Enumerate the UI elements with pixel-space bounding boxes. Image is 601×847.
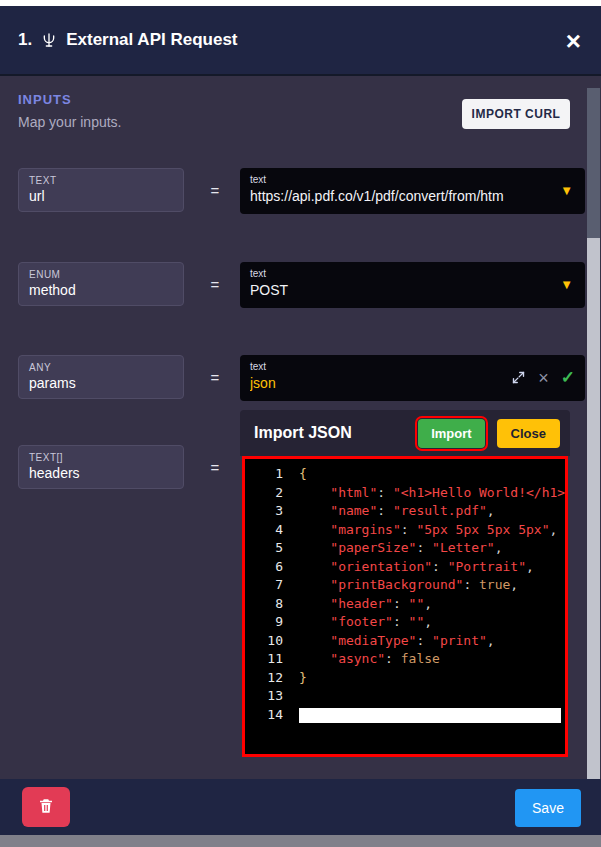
line-code[interactable]: "header": "", bbox=[299, 595, 565, 614]
editor-line: 7 "printBackground": true, bbox=[245, 576, 565, 595]
param-type: TEXT[] bbox=[29, 452, 173, 463]
line-code[interactable]: "orientation": "Portrait", bbox=[299, 558, 565, 577]
equals-sign: = bbox=[205, 182, 225, 199]
method-field[interactable]: text POST ▼ bbox=[240, 262, 585, 308]
param-name: params bbox=[29, 375, 173, 391]
inputs-subheading: Map your inputs. bbox=[18, 114, 122, 130]
editor-line: 10 "mediaType": "print", bbox=[245, 632, 565, 651]
line-number: 8 bbox=[245, 595, 293, 614]
line-code[interactable]: "printBackground": true, bbox=[299, 576, 565, 595]
param-type: TEXT bbox=[29, 175, 173, 186]
line-number: 13 bbox=[245, 687, 293, 706]
editor-line: 8 "header": "", bbox=[245, 595, 565, 614]
close-panel-button[interactable]: Close bbox=[497, 419, 560, 448]
line-code[interactable]: "mediaType": "print", bbox=[299, 632, 565, 651]
field-type-label: text bbox=[250, 174, 575, 185]
line-number: 9 bbox=[245, 613, 293, 632]
param-type: ENUM bbox=[29, 269, 173, 280]
clear-icon[interactable]: × bbox=[538, 369, 549, 387]
modal-footer: Save bbox=[0, 779, 601, 835]
trident-icon bbox=[41, 32, 57, 48]
equals-sign: = bbox=[205, 459, 225, 476]
json-editor-lines: 1{2 "html": "<h1>Hello World!</h1>",3 "n… bbox=[245, 465, 565, 724]
editor-line: 12} bbox=[245, 669, 565, 688]
param-label-params: ANY params bbox=[18, 355, 184, 399]
import-json-panel-header: Import JSON Import Close bbox=[240, 410, 570, 456]
delete-button[interactable] bbox=[22, 787, 70, 827]
import-json-title: Import JSON bbox=[254, 424, 418, 442]
param-label-headers: TEXT[] headers bbox=[18, 445, 184, 489]
url-field[interactable]: text https://api.pdf.co/v1/pdf/convert/f… bbox=[240, 168, 585, 214]
line-code[interactable]: "margins": "5px 5px 5px 5px", bbox=[299, 521, 565, 540]
field-type-label: text bbox=[250, 268, 575, 279]
param-label-method: ENUM method bbox=[18, 262, 184, 306]
close-icon[interactable]: × bbox=[566, 28, 581, 54]
url-value[interactable]: https://api.pdf.co/v1/pdf/convert/from/h… bbox=[250, 188, 575, 204]
line-number: 4 bbox=[245, 521, 293, 540]
line-number: 14 bbox=[245, 706, 293, 725]
line-code[interactable]: } bbox=[299, 669, 565, 688]
params-field[interactable]: text json × ✓ bbox=[240, 355, 585, 401]
param-name: headers bbox=[29, 465, 173, 481]
step-number: 1. bbox=[18, 30, 32, 50]
line-number: 3 bbox=[245, 502, 293, 521]
line-code[interactable]: "footer": "", bbox=[299, 613, 565, 632]
trash-icon bbox=[37, 797, 55, 818]
equals-sign: = bbox=[205, 276, 225, 293]
equals-sign: = bbox=[205, 369, 225, 386]
line-code[interactable]: "html": "<h1>Hello World!</h1>", bbox=[299, 484, 565, 503]
dropdown-caret-icon[interactable]: ▼ bbox=[560, 277, 573, 292]
scrollbar-thumb[interactable] bbox=[587, 88, 600, 238]
line-number: 1 bbox=[245, 465, 293, 484]
editor-line: 1{ bbox=[245, 465, 565, 484]
dropdown-caret-icon[interactable]: ▼ bbox=[560, 183, 573, 198]
confirm-check-icon[interactable]: ✓ bbox=[561, 367, 575, 388]
line-code[interactable]: "name": "result.pdf", bbox=[299, 502, 565, 521]
line-number: 2 bbox=[245, 484, 293, 503]
editor-line: 3 "name": "result.pdf", bbox=[245, 502, 565, 521]
page: 1. External API Request × INPUTS Map you… bbox=[0, 0, 601, 847]
scrollbar-track[interactable] bbox=[587, 88, 600, 779]
param-label-url: TEXT url bbox=[18, 168, 184, 212]
line-code[interactable]: "async": false bbox=[299, 650, 565, 669]
editor-line: 9 "footer": "", bbox=[245, 613, 565, 632]
line-number: 11 bbox=[245, 650, 293, 669]
save-button[interactable]: Save bbox=[515, 789, 581, 827]
json-editor[interactable]: 1{2 "html": "<h1>Hello World!</h1>",3 "n… bbox=[242, 456, 568, 757]
param-type: ANY bbox=[29, 362, 173, 373]
line-number: 10 bbox=[245, 632, 293, 651]
line-code[interactable] bbox=[299, 706, 565, 725]
modal-title: External API Request bbox=[66, 30, 237, 50]
line-code[interactable] bbox=[299, 687, 565, 706]
editor-line: 13 bbox=[245, 687, 565, 706]
editor-line: 2 "html": "<h1>Hello World!</h1>", bbox=[245, 484, 565, 503]
line-number: 5 bbox=[245, 539, 293, 558]
expand-icon[interactable] bbox=[511, 370, 526, 385]
line-number: 12 bbox=[245, 669, 293, 688]
line-code[interactable]: "paperSize": "Letter", bbox=[299, 539, 565, 558]
inputs-heading: INPUTS bbox=[18, 92, 72, 107]
editor-line: 5 "paperSize": "Letter", bbox=[245, 539, 565, 558]
page-bottom-strip bbox=[0, 835, 601, 847]
editor-line: 11 "async": false bbox=[245, 650, 565, 669]
editor-cursor-field[interactable] bbox=[299, 708, 561, 723]
line-code[interactable]: { bbox=[299, 465, 565, 484]
param-name: url bbox=[29, 188, 173, 204]
params-field-actions: × ✓ bbox=[511, 367, 575, 388]
method-value[interactable]: POST bbox=[250, 282, 575, 298]
editor-line: 4 "margins": "5px 5px 5px 5px", bbox=[245, 521, 565, 540]
line-number: 6 bbox=[245, 558, 293, 577]
import-curl-button[interactable]: IMPORT CURL bbox=[462, 99, 570, 129]
editor-line: 6 "orientation": "Portrait", bbox=[245, 558, 565, 577]
import-button[interactable]: Import bbox=[418, 419, 484, 448]
editor-line: 14 bbox=[245, 706, 565, 725]
modal-body: INPUTS Map your inputs. IMPORT CURL TEXT… bbox=[0, 76, 601, 779]
param-name: method bbox=[29, 282, 173, 298]
modal-header: 1. External API Request × bbox=[0, 6, 601, 76]
line-number: 7 bbox=[245, 576, 293, 595]
